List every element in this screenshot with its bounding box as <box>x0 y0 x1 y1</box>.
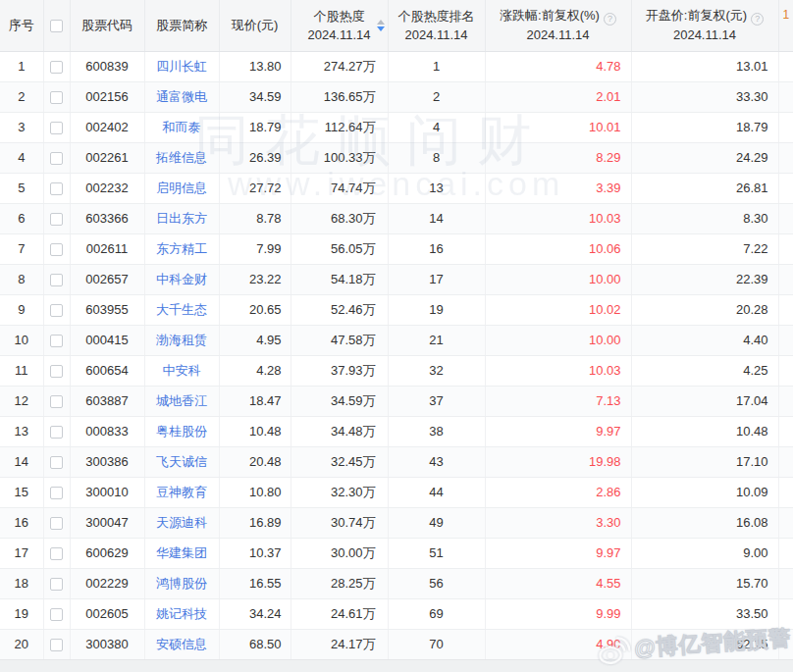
table-row: 10 000415 渤海租赁 4.95 47.58万 21 10.00 4.40 <box>0 325 793 355</box>
row-checkbox[interactable] <box>50 456 63 469</box>
cell-heat-rank: 49 <box>388 507 485 538</box>
stock-name-link[interactable]: 粤桂股份 <box>156 424 207 439</box>
row-checkbox[interactable] <box>50 547 63 560</box>
stock-name-link[interactable]: 通富微电 <box>156 89 207 104</box>
cell-checkbox <box>43 538 70 568</box>
cell-change-pct: 2.01 <box>485 81 631 112</box>
question-mark-icon[interactable]: ? <box>604 13 616 26</box>
row-checkbox[interactable] <box>50 639 63 651</box>
cell-open-price: 33.30 <box>631 81 778 112</box>
cell-stock-code: 600629 <box>70 538 144 568</box>
stock-name-link[interactable]: 安硕信息 <box>156 637 207 651</box>
cell-index: 14 <box>0 446 43 477</box>
row-checkbox[interactable] <box>50 91 63 104</box>
table-row: 5 002232 启明信息 27.72 74.74万 13 3.39 26.81 <box>0 173 793 203</box>
cell-heat-rank: 17 <box>388 264 485 294</box>
cell-checkbox <box>43 629 70 659</box>
cell-heat: 52.46万 <box>291 294 388 325</box>
stock-name-link[interactable]: 城地香江 <box>156 393 207 408</box>
cell-heat: 112.64万 <box>291 112 388 142</box>
cell-checkbox <box>43 51 70 81</box>
stock-name-link[interactable]: 和而泰 <box>163 120 201 134</box>
header-heat[interactable]: 个股热度 2024.11.14 <box>291 0 388 51</box>
stock-name-link[interactable]: 渤海租赁 <box>156 333 207 347</box>
header-change[interactable]: 涨跌幅:前复权(%)? 2024.11.14 <box>485 0 631 51</box>
cell-next-column <box>778 81 793 112</box>
cell-price: 18.79 <box>219 112 291 142</box>
cell-heat-rank: 44 <box>388 477 485 507</box>
cell-heat: 136.65万 <box>291 81 388 112</box>
row-checkbox[interactable] <box>50 608 63 621</box>
stock-name-link[interactable]: 启明信息 <box>156 181 207 195</box>
table-body: 1 600839 四川长虹 13.80 274.27万 1 4.78 13.01… <box>0 51 793 659</box>
row-checkbox[interactable] <box>50 517 63 530</box>
cell-next-column <box>778 173 793 203</box>
cell-checkbox <box>43 325 70 355</box>
cell-stock-name: 拓维信息 <box>144 142 219 173</box>
header-name[interactable]: 股票简称 <box>144 0 219 51</box>
stock-name-link[interactable]: 姚记科技 <box>156 606 207 621</box>
row-checkbox[interactable] <box>50 395 63 408</box>
stock-name-link[interactable]: 天源迪科 <box>156 515 207 530</box>
cell-heat: 100.33万 <box>291 142 388 173</box>
stock-name-link[interactable]: 中科金财 <box>156 272 207 286</box>
cell-index: 17 <box>0 538 43 568</box>
row-checkbox[interactable] <box>50 243 63 256</box>
row-checkbox[interactable] <box>50 213 63 226</box>
cell-open-price: 4.40 <box>631 325 778 355</box>
row-checkbox[interactable] <box>50 487 63 499</box>
header-index[interactable]: 序号 <box>0 0 43 51</box>
row-checkbox[interactable] <box>50 182 63 195</box>
cell-checkbox <box>43 416 70 446</box>
header-price[interactable]: 现价(元) <box>219 0 291 51</box>
cell-price: 20.65 <box>219 294 291 325</box>
cell-heat-rank: 32 <box>388 355 485 386</box>
sort-arrows-icon[interactable] <box>377 20 385 31</box>
stock-name-link[interactable]: 四川长虹 <box>156 59 207 74</box>
stock-name-link[interactable]: 中安科 <box>163 363 201 378</box>
table-row: 4 002261 拓维信息 26.39 100.33万 8 8.29 24.29 <box>0 142 793 173</box>
row-checkbox[interactable] <box>50 365 63 378</box>
cell-next-column <box>778 51 793 81</box>
stock-name-link[interactable]: 鸿博股份 <box>156 576 207 591</box>
cell-heat-rank: 21 <box>388 325 485 355</box>
select-all-checkbox[interactable] <box>50 20 63 32</box>
header-select-all[interactable] <box>43 0 70 51</box>
header-price-label: 现价(元) <box>220 16 291 34</box>
cell-heat-rank: 37 <box>388 386 485 416</box>
question-mark-icon[interactable]: ? <box>751 13 764 26</box>
table-row: 7 002611 东方精工 7.99 56.05万 16 10.06 7.22 <box>0 233 793 264</box>
stock-name-link[interactable]: 大千生态 <box>156 302 207 317</box>
header-heat-rank[interactable]: 个股热度排名 2024.11.14 <box>388 0 485 51</box>
cell-stock-name: 天源迪科 <box>144 507 219 538</box>
row-checkbox[interactable] <box>50 122 63 134</box>
header-code[interactable]: 股票代码 <box>70 0 144 51</box>
stock-name-link[interactable]: 华建集团 <box>156 545 207 560</box>
cell-next-column <box>778 538 793 568</box>
table-row: 9 603955 大千生态 20.65 52.46万 19 10.02 20.2… <box>0 294 793 325</box>
stock-name-link[interactable]: 日出东方 <box>156 211 207 226</box>
row-checkbox[interactable] <box>50 152 63 165</box>
cell-stock-code: 002229 <box>70 568 144 598</box>
cell-checkbox <box>43 173 70 203</box>
cell-heat-rank: 8 <box>388 142 485 173</box>
row-checkbox[interactable] <box>50 335 63 347</box>
stock-name-link[interactable]: 东方精工 <box>156 241 207 256</box>
row-checkbox[interactable] <box>50 274 63 286</box>
stock-name-link[interactable]: 拓维信息 <box>156 150 207 165</box>
cell-stock-name: 渤海租赁 <box>144 325 219 355</box>
cell-change-pct: 3.39 <box>485 173 631 203</box>
row-checkbox[interactable] <box>50 578 63 591</box>
cell-stock-code: 600839 <box>70 51 144 81</box>
header-open[interactable]: 开盘价:前复权(元)? 2024.11.14 <box>631 0 778 51</box>
row-checkbox[interactable] <box>50 304 63 317</box>
cell-open-price: 9.00 <box>631 538 778 568</box>
cell-price: 34.24 <box>219 598 291 629</box>
cell-stock-name: 日出东方 <box>144 203 219 233</box>
row-checkbox[interactable] <box>50 61 63 74</box>
cell-checkbox <box>43 568 70 598</box>
table-row: 11 600654 中安科 4.28 37.93万 32 10.03 4.25 <box>0 355 793 386</box>
stock-name-link[interactable]: 飞天诚信 <box>156 454 207 469</box>
row-checkbox[interactable] <box>50 426 63 439</box>
stock-name-link[interactable]: 豆神教育 <box>156 485 207 499</box>
